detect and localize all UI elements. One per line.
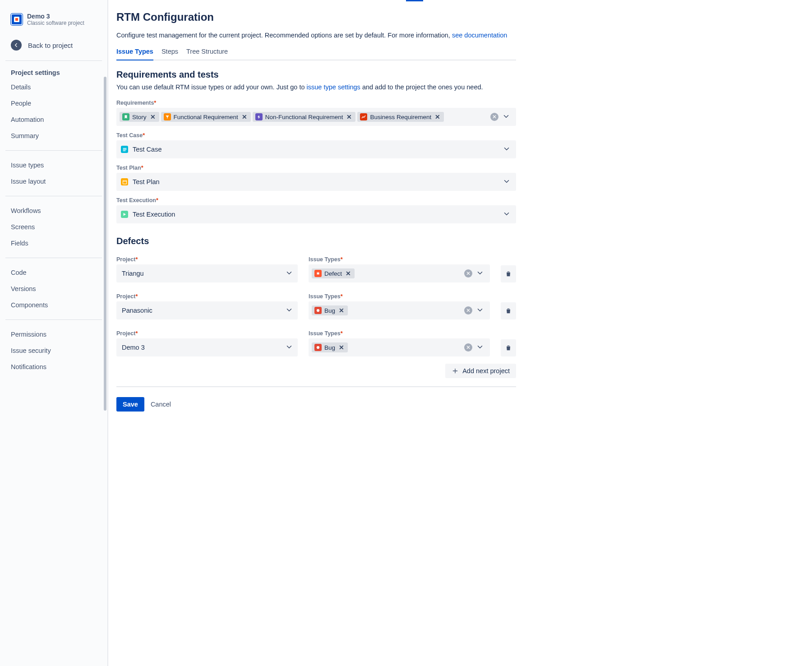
cancel-button[interactable]: Cancel	[151, 401, 171, 408]
delete-row-button[interactable]	[501, 302, 516, 319]
issue-type-icon	[255, 113, 263, 120]
remove-tag-icon[interactable]: ✕	[346, 113, 353, 120]
see-documentation-link[interactable]: see documentation	[452, 32, 508, 39]
defect-types-label: Issue Types*	[309, 293, 490, 300]
back-to-project[interactable]: Back to project	[0, 32, 107, 60]
remove-tag-icon[interactable]: ✕	[241, 113, 248, 120]
requirements-tag-story: Story✕	[120, 112, 159, 122]
chevron-down-icon[interactable]	[475, 268, 485, 279]
sidebar-item-fields[interactable]: Fields	[0, 235, 107, 251]
sidebar-item-summary[interactable]: Summary	[0, 128, 107, 144]
sidebar-item-details[interactable]: Details	[0, 79, 107, 95]
test-case-select[interactable]: Test Case	[116, 140, 516, 158]
page-title: RTM Configuration	[116, 11, 516, 23]
save-button[interactable]: Save	[116, 397, 144, 412]
sidebar-divider	[5, 319, 102, 320]
test-case-label: Test Case*	[116, 132, 516, 139]
clear-icon[interactable]: ✕	[464, 269, 472, 278]
chevron-down-icon[interactable]	[475, 342, 485, 353]
defects-heading: Defects	[116, 236, 516, 246]
config-tabs: Issue TypesStepsTree Structure	[116, 45, 516, 60]
requirements-tag-business-requirement: Business Requirement✕	[357, 112, 444, 122]
issue-type-settings-link[interactable]: issue type settings	[307, 83, 360, 91]
plus-icon	[452, 367, 459, 375]
clear-icon[interactable]: ✕	[464, 306, 472, 314]
test-execution-icon	[121, 211, 128, 218]
clear-icon[interactable]: ✕	[464, 343, 472, 352]
chevron-down-icon[interactable]	[284, 305, 294, 316]
tab-tree-structure[interactable]: Tree Structure	[186, 45, 228, 60]
issue-type-icon	[314, 270, 322, 277]
remove-tag-icon[interactable]: ✕	[434, 113, 441, 120]
sidebar-divider	[5, 150, 102, 151]
sidebar-item-issue-layout[interactable]: Issue layout	[0, 173, 107, 190]
trash-icon	[505, 307, 512, 314]
test-plan-label: Test Plan*	[116, 165, 516, 171]
defect-row: Project*TrianguIssue Types*Defect✕✕	[116, 250, 516, 282]
sidebar-item-screens[interactable]: Screens	[0, 219, 107, 235]
sidebar-item-automation[interactable]: Automation	[0, 111, 107, 128]
defect-project-label: Project*	[116, 330, 298, 337]
remove-tag-icon[interactable]: ✕	[149, 113, 157, 120]
sidebar-divider	[5, 196, 102, 196]
trash-icon	[505, 270, 512, 278]
test-execution-select[interactable]: Test Execution	[116, 205, 516, 223]
issue-type-icon	[314, 344, 322, 351]
footer-divider	[116, 386, 516, 387]
sidebar-scrollbar[interactable]	[104, 77, 106, 411]
delete-row-button[interactable]	[501, 339, 516, 356]
issue-type-icon	[164, 113, 171, 120]
requirements-label: Requirements*	[116, 100, 516, 106]
chevron-down-icon[interactable]	[502, 176, 512, 188]
requirements-heading: Requirements and tests	[116, 69, 516, 80]
remove-tag-icon[interactable]: ✕	[345, 270, 352, 277]
defect-project-select[interactable]: Panasonic	[116, 301, 298, 319]
defect-project-label: Project*	[116, 256, 298, 263]
svg-rect-1	[15, 18, 18, 21]
requirements-multiselect[interactable]: Story✕Functional Requirement✕Non-Functio…	[116, 108, 516, 126]
chevron-down-icon[interactable]	[284, 268, 294, 279]
requirements-dropdown-icon[interactable]	[501, 111, 511, 123]
project-header[interactable]: Demo 3 Classic software project	[0, 9, 107, 32]
test-plan-select[interactable]: Test Plan	[116, 173, 516, 191]
defect-project-label: Project*	[116, 293, 298, 300]
sidebar: Demo 3 Classic software project Back to …	[0, 0, 108, 666]
tab-issue-types[interactable]: Issue Types	[116, 45, 153, 60]
sidebar-item-versions[interactable]: Versions	[0, 281, 107, 297]
chevron-down-icon[interactable]	[475, 305, 485, 316]
trash-icon	[505, 344, 512, 352]
defect-project-select[interactable]: Triangu	[116, 264, 298, 282]
defect-types-multiselect[interactable]: Bug✕✕	[309, 301, 490, 319]
sidebar-item-code[interactable]: Code	[0, 264, 107, 281]
chevron-down-icon[interactable]	[284, 342, 294, 353]
defect-type-tag: Defect✕	[312, 268, 355, 278]
defect-project-select[interactable]: Demo 3	[116, 338, 298, 356]
remove-tag-icon[interactable]: ✕	[338, 344, 345, 351]
delete-row-button[interactable]	[501, 265, 516, 282]
defect-types-multiselect[interactable]: Bug✕✕	[309, 338, 490, 356]
project-settings-heading: Project settings	[0, 61, 107, 79]
requirements-clear-icon[interactable]: ✕	[490, 113, 498, 121]
test-case-icon	[121, 146, 128, 153]
sidebar-item-notifications[interactable]: Notifications	[0, 359, 107, 375]
add-next-project-button[interactable]: Add next project	[445, 364, 516, 378]
sidebar-item-issue-types[interactable]: Issue types	[0, 157, 107, 173]
chevron-down-icon[interactable]	[502, 144, 512, 155]
sidebar-item-workflows[interactable]: Workflows	[0, 203, 107, 219]
remove-tag-icon[interactable]: ✕	[338, 307, 345, 314]
defect-types-label: Issue Types*	[309, 330, 490, 337]
issue-type-icon	[360, 113, 367, 120]
sidebar-divider	[5, 258, 102, 258]
back-arrow-icon	[11, 40, 22, 51]
sidebar-item-people[interactable]: People	[0, 95, 107, 111]
top-active-indicator	[406, 0, 423, 1]
chevron-down-icon[interactable]	[502, 209, 512, 220]
defect-types-multiselect[interactable]: Defect✕✕	[309, 264, 490, 282]
sidebar-item-permissions[interactable]: Permissions	[0, 326, 107, 342]
svg-point-5	[317, 346, 319, 349]
defect-type-tag: Bug✕	[312, 342, 348, 352]
defect-types-label: Issue Types*	[309, 256, 490, 263]
sidebar-item-issue-security[interactable]: Issue security	[0, 342, 107, 359]
tab-steps[interactable]: Steps	[161, 45, 178, 60]
sidebar-item-components[interactable]: Components	[0, 297, 107, 313]
